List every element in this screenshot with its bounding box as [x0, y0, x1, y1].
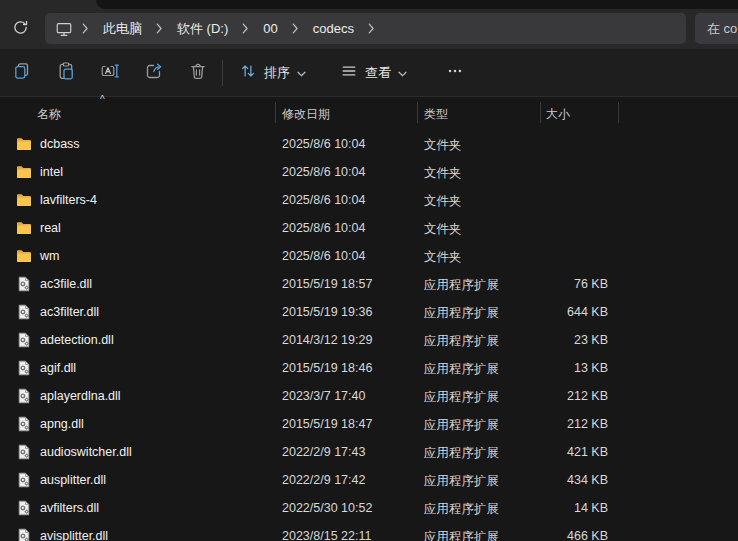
table-row[interactable]: apng.dll2015/5/19 18:47应用程序扩展212 KB: [0, 410, 738, 438]
file-list-pane: ^ 名称 修改日期 类型 大小 dcbass2025/8/6 10:04文件夹i…: [0, 97, 738, 541]
table-row[interactable]: lavfilters-42025/8/6 10:04文件夹: [0, 186, 738, 214]
date-modified: 2023/8/15 22:11: [282, 529, 371, 541]
column-header-size[interactable]: 大小: [546, 106, 570, 123]
copy-button[interactable]: [0, 56, 44, 90]
file-type: 应用程序扩展: [424, 305, 499, 322]
tab-strip-background: [96, 0, 738, 9]
rename-button[interactable]: [88, 56, 132, 90]
breadcrumb-item[interactable]: 软件 (D:): [168, 17, 237, 41]
file-name: apng.dll: [40, 417, 84, 431]
column-header-date-modified[interactable]: 修改日期: [282, 106, 330, 123]
tab-strip: [0, 0, 738, 9]
more-ellipsis-icon: [446, 62, 464, 84]
file-name: avfilters.dll: [40, 501, 99, 515]
file-type: 应用程序扩展: [424, 473, 499, 490]
dll-file-icon: [16, 388, 32, 404]
chevron-right-icon: [77, 23, 94, 34]
table-row[interactable]: ac3file.dll2015/5/19 18:57应用程序扩展76 KB: [0, 270, 738, 298]
file-size: 212 KB: [538, 417, 608, 431]
file-type: 应用程序扩展: [424, 529, 499, 541]
folder-icon: [16, 220, 32, 236]
date-modified: 2025/8/6 10:04: [282, 249, 365, 263]
date-modified: 2025/8/6 10:04: [282, 137, 365, 151]
sort-menu-button[interactable]: 排序: [229, 56, 316, 89]
column-divider[interactable]: [540, 102, 541, 123]
date-modified: 2022/2/9 17:43: [282, 445, 365, 459]
file-type: 文件夹: [424, 165, 462, 182]
delete-button[interactable]: [176, 56, 220, 90]
file-type: 文件夹: [424, 249, 462, 266]
table-row[interactable]: avisplitter.dll2023/8/15 22:11应用程序扩展466 …: [0, 522, 738, 541]
dll-file-icon: [16, 304, 32, 320]
file-name: avisplitter.dll: [40, 529, 108, 541]
file-name: dcbass: [40, 137, 80, 151]
date-modified: 2025/8/6 10:04: [282, 193, 365, 207]
date-modified: 2015/5/19 19:36: [282, 305, 372, 319]
breadcrumb-item[interactable]: 00: [254, 18, 286, 39]
date-modified: 2022/2/9 17:42: [282, 473, 365, 487]
chevron-right-icon[interactable]: [363, 23, 380, 34]
sort-arrows-icon: [239, 62, 257, 83]
more-options-button[interactable]: [433, 56, 477, 90]
view-list-icon: [340, 62, 358, 83]
folder-icon: [16, 136, 32, 152]
copy-icon: [12, 61, 32, 85]
table-row[interactable]: intel2025/8/6 10:04文件夹: [0, 158, 738, 186]
file-type: 应用程序扩展: [424, 445, 499, 462]
table-row[interactable]: real2025/8/6 10:04文件夹: [0, 214, 738, 242]
breadcrumb-item[interactable]: codecs: [304, 18, 363, 39]
search-placeholder-text: 在 co: [707, 20, 737, 38]
table-row[interactable]: adetection.dll2014/3/12 19:29应用程序扩展23 KB: [0, 326, 738, 354]
file-type: 文件夹: [424, 193, 462, 210]
dll-file-icon: [16, 276, 32, 292]
share-button[interactable]: [132, 56, 176, 90]
file-size: 212 KB: [538, 389, 608, 403]
table-row[interactable]: audioswitcher.dll2022/2/9 17:43应用程序扩展421…: [0, 438, 738, 466]
address-bar: 此电脑软件 (D:)00codecs 在 co: [0, 9, 738, 49]
dll-file-icon: [16, 444, 32, 460]
dll-file-icon: [16, 472, 32, 488]
file-name: adetection.dll: [40, 333, 114, 347]
toolbar-divider: [222, 60, 223, 86]
table-row[interactable]: ac3filter.dll2015/5/19 19:36应用程序扩展644 KB: [0, 298, 738, 326]
table-row[interactable]: agif.dll2015/5/19 18:46应用程序扩展13 KB: [0, 354, 738, 382]
table-row[interactable]: aplayerdlna.dll2023/3/7 17:40应用程序扩展212 K…: [0, 382, 738, 410]
dll-file-icon: [16, 416, 32, 432]
chevron-right-icon: [287, 23, 304, 34]
this-pc-monitor-icon: [53, 20, 77, 38]
table-row[interactable]: wm2025/8/6 10:04文件夹: [0, 242, 738, 270]
column-divider[interactable]: [275, 102, 276, 123]
address-field[interactable]: 此电脑软件 (D:)00codecs: [45, 13, 686, 44]
file-size: 13 KB: [538, 361, 608, 375]
column-header-name[interactable]: 名称: [37, 106, 61, 123]
column-divider[interactable]: [618, 102, 619, 123]
file-type: 文件夹: [424, 221, 462, 238]
file-type: 应用程序扩展: [424, 389, 499, 406]
chevron-right-icon: [237, 23, 254, 34]
folder-icon: [16, 164, 32, 180]
file-name: lavfilters-4: [40, 193, 97, 207]
breadcrumb: 此电脑软件 (D:)00codecs: [53, 17, 380, 41]
date-modified: 2025/8/6 10:04: [282, 221, 365, 235]
refresh-button[interactable]: [4, 14, 36, 44]
table-row[interactable]: avfilters.dll2022/5/30 10:52应用程序扩展14 KB: [0, 494, 738, 522]
chevron-down-icon: [398, 65, 407, 80]
file-size: 434 KB: [538, 473, 608, 487]
date-modified: 2023/3/7 17:40: [282, 389, 365, 403]
chevron-down-icon: [297, 65, 306, 80]
column-divider[interactable]: [417, 102, 418, 123]
sort-ascending-indicator: ^: [100, 94, 105, 105]
table-row[interactable]: dcbass2025/8/6 10:04文件夹: [0, 130, 738, 158]
table-row[interactable]: ausplitter.dll2022/2/9 17:42应用程序扩展434 KB: [0, 466, 738, 494]
file-size: 644 KB: [538, 305, 608, 319]
file-list: dcbass2025/8/6 10:04文件夹intel2025/8/6 10:…: [0, 130, 738, 541]
paste-button[interactable]: [44, 56, 88, 90]
view-menu-button[interactable]: 查看: [330, 56, 417, 89]
breadcrumb-item[interactable]: 此电脑: [94, 17, 151, 41]
file-size: 76 KB: [538, 277, 608, 291]
search-box[interactable]: 在 co: [695, 13, 738, 44]
dll-file-icon: [16, 332, 32, 348]
column-header-type[interactable]: 类型: [424, 106, 448, 123]
share-icon: [144, 61, 164, 85]
dll-file-icon: [16, 528, 32, 541]
